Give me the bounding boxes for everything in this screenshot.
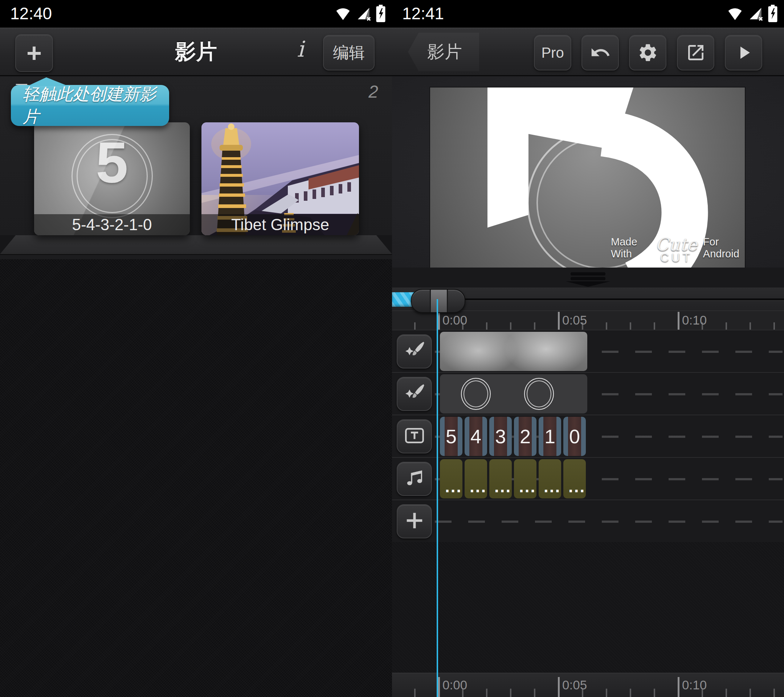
ruler-minor-tick xyxy=(654,689,655,697)
timeline-clip-video-gradient[interactable] xyxy=(440,332,587,371)
cutecut-app: 12:40 + 影片 i 编辑 示例 2 5 5 xyxy=(0,0,784,697)
movie-list-screen: 12:40 + 影片 i 编辑 示例 2 5 5 xyxy=(0,0,392,697)
ruler-major-tick xyxy=(438,312,440,330)
gear-icon xyxy=(637,42,659,63)
editor-toolbar: 影片 Pro xyxy=(392,28,784,76)
ruler-time-label: 0:05 xyxy=(562,313,587,328)
back-to-movies-button[interactable]: 影片 xyxy=(408,33,479,71)
scrubber-knob[interactable] xyxy=(411,289,465,313)
draw-brush-icon xyxy=(404,382,425,405)
edit-button-label: 编辑 xyxy=(333,42,365,64)
clock-text: 12:40 xyxy=(10,3,52,23)
wifi-icon xyxy=(334,5,351,22)
clip-label: 4 xyxy=(470,425,481,448)
track-row: .................. xyxy=(392,457,784,499)
share-export-button[interactable] xyxy=(677,35,714,71)
watermark-cut: CUT xyxy=(660,252,693,264)
timeline-clip-audio-...[interactable]: ... xyxy=(563,459,586,498)
pro-button[interactable]: Pro xyxy=(534,35,571,71)
shelf-floor xyxy=(0,235,392,254)
text-track-icon xyxy=(404,425,425,448)
ruler-major-tick xyxy=(558,677,560,697)
ruler-time-label: 0:05 xyxy=(562,678,587,692)
ruler-time-label: 0:00 xyxy=(443,678,467,692)
status-icons xyxy=(726,4,778,23)
music-track-icon xyxy=(404,467,425,491)
track-row xyxy=(392,330,784,372)
undo-button[interactable] xyxy=(581,35,619,71)
new-movie-tooltip: 轻触此处创建新影片 xyxy=(11,85,169,126)
ruler-major-tick xyxy=(558,312,560,330)
clip-label: ... xyxy=(544,477,561,496)
add-track-icon xyxy=(404,510,425,533)
battery-charging-icon xyxy=(375,4,386,23)
preview-stage: Made With Cute CUT For Android xyxy=(392,75,784,288)
ruler-minor-tick xyxy=(486,322,488,330)
clip-label: ... xyxy=(494,477,511,496)
timeline-clip-audio-...[interactable]: ... xyxy=(489,459,512,498)
timeline-clip-audio-...[interactable]: ... xyxy=(464,459,487,498)
track-button-draw-brush[interactable] xyxy=(397,334,432,369)
movie-list-toolbar: + 影片 i 编辑 xyxy=(0,28,392,76)
timeline-clip-text-5[interactable]: 5 xyxy=(440,417,463,456)
project-card-countdown[interactable]: 5 5-4-3-2-1-0 xyxy=(34,122,190,235)
undo-icon xyxy=(590,42,611,63)
ruler-major-tick xyxy=(438,677,440,697)
ruler-minor-tick xyxy=(726,689,727,697)
cellular-signal-icon xyxy=(747,5,764,22)
clip-label: 0 xyxy=(569,425,580,448)
project-title: 5-4-3-2-1-0 xyxy=(34,214,190,235)
timeline-clip-video-rings[interactable] xyxy=(440,374,587,414)
edit-button[interactable]: 编辑 xyxy=(323,35,375,71)
timeline-clip-audio-...[interactable]: ... xyxy=(539,459,561,498)
track-button-music-track[interactable] xyxy=(397,462,432,496)
video-preview[interactable]: Made With Cute CUT For Android xyxy=(430,87,745,267)
settings-button[interactable] xyxy=(629,35,666,71)
ruler-minor-tick xyxy=(534,689,535,697)
clip-label: 3 xyxy=(495,425,506,448)
back-button-label: 影片 xyxy=(427,40,462,64)
ruler-minor-tick xyxy=(726,322,727,330)
scrubber-knob-window xyxy=(430,290,448,312)
playhead[interactable] xyxy=(436,299,438,697)
clip-ring-graphic xyxy=(524,378,554,410)
collapse-preview-handle[interactable] xyxy=(562,271,614,287)
ruler-minor-tick xyxy=(510,322,511,330)
clip-label: 5 xyxy=(446,425,456,448)
wifi-icon xyxy=(726,5,743,22)
ruler-minor-tick xyxy=(774,322,775,330)
timeline-clip-audio-...[interactable]: ... xyxy=(440,459,463,498)
timeline-clip-text-1[interactable]: 1 xyxy=(539,417,561,456)
timeline-clip-text-4[interactable]: 4 xyxy=(464,417,487,456)
ruler-minor-tick xyxy=(749,689,751,697)
pro-label: Pro xyxy=(541,44,564,61)
tooltip-text: 轻触此处创建新影片 xyxy=(23,83,169,128)
empty-track-dashes xyxy=(435,521,782,523)
track-button-draw-brush[interactable] xyxy=(397,377,432,411)
timeline-clip-text-2[interactable]: 2 xyxy=(514,417,537,456)
ruler-minor-tick xyxy=(510,689,511,697)
track-row xyxy=(392,499,784,542)
ruler-minor-tick xyxy=(774,689,775,697)
project-card-tibet[interactable]: Tibet Glimpse xyxy=(201,122,359,235)
scrubber-row xyxy=(392,288,784,310)
play-button[interactable] xyxy=(725,35,762,71)
timeline-clip-text-0[interactable]: 0 xyxy=(563,417,586,456)
editor-screen: 12:41 影片 Pro xyxy=(392,0,784,697)
ruler-minor-tick xyxy=(606,322,607,330)
clip-label: ... xyxy=(568,477,585,496)
battery-charging-icon xyxy=(767,4,778,23)
track-row: 543210 xyxy=(392,415,784,457)
watermark-brand: Cute CUT xyxy=(655,236,697,264)
timeline-clip-audio-...[interactable]: ... xyxy=(514,459,537,498)
ruler-major-tick xyxy=(678,312,679,330)
tracks-area: 543210.................. xyxy=(392,330,784,542)
track-button-text-track[interactable] xyxy=(397,419,432,453)
info-icon[interactable]: i xyxy=(297,36,304,62)
clip-label: 1 xyxy=(544,425,555,448)
track-button-add-track[interactable] xyxy=(397,504,432,538)
ruler-major-tick xyxy=(678,677,679,697)
timeline-clip-text-3[interactable]: 3 xyxy=(489,417,512,456)
clip-label: ... xyxy=(519,477,536,496)
timeline-ruler-top: 0:000:050:10 xyxy=(392,310,784,330)
